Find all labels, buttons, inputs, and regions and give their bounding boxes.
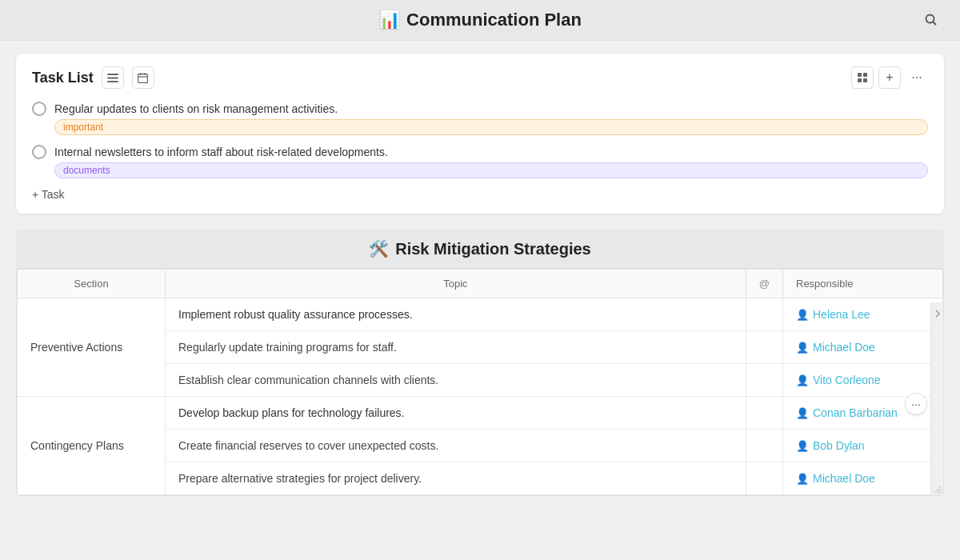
- risk-table-wrapper: Section Topic @ Responsible Preventive A…: [16, 268, 944, 496]
- person-icon-5: 👤: [796, 440, 809, 452]
- topic-cell-2: Regularly update training programs for s…: [166, 331, 746, 364]
- task-item-2: Internal newsletters to inform staff abo…: [32, 145, 928, 178]
- person-icon-1: 👤: [796, 309, 809, 321]
- at-cell-1: [746, 298, 782, 331]
- task-row: Regular updates to clients on risk manag…: [32, 102, 928, 116]
- task-row-2: Internal newsletters to inform staff abo…: [32, 145, 928, 159]
- topic-cell-1: Implement robust quality assurance proce…: [166, 298, 746, 331]
- topic-cell-4: Develop backup plans for technology fail…: [166, 397, 746, 430]
- search-button[interactable]: [918, 7, 944, 33]
- risk-section: 🛠️ Risk Mitigation Strategies Section To…: [16, 230, 944, 496]
- svg-point-0: [926, 15, 934, 23]
- svg-line-11: [940, 492, 942, 494]
- svg-rect-5: [138, 74, 148, 82]
- calendar-view-button[interactable]: [132, 66, 154, 89]
- person-icon-6: 👤: [796, 473, 809, 485]
- page-header: 📊 Communication Plan: [0, 0, 960, 41]
- responsible-cell-5: 👤 Bob Dylan: [783, 430, 943, 462]
- task-list-header: Task List: [32, 66, 928, 89]
- section-cell-contingency: Contingency Plans: [18, 397, 166, 495]
- at-cell-6: [746, 462, 782, 495]
- row-action-menu[interactable]: ···: [905, 393, 927, 415]
- col-section: Section: [18, 270, 166, 298]
- task-list-title-area: Task List: [32, 66, 154, 89]
- col-at: @: [746, 270, 782, 298]
- header-icon: 📊: [378, 10, 400, 30]
- col-responsible: Responsible: [783, 270, 943, 298]
- table-row: Contingency Plans Develop backup plans f…: [18, 397, 943, 430]
- risk-section-icon: 🛠️: [369, 239, 389, 258]
- list-view-button[interactable]: [102, 66, 124, 89]
- add-task-button[interactable]: + Task: [32, 188, 928, 201]
- at-cell-2: [746, 331, 782, 364]
- svg-rect-4: [107, 81, 118, 82]
- add-task-label: + Task: [32, 188, 65, 201]
- at-cell-5: [746, 430, 782, 462]
- table-row: Preventive Actions Implement robust qual…: [18, 298, 943, 331]
- more-options-button[interactable]: ···: [906, 66, 928, 89]
- at-cell-4: [746, 397, 782, 430]
- topic-cell-6: Prepare alternative strategies for proje…: [166, 462, 746, 495]
- main-content: Task List: [0, 41, 960, 509]
- person-icon-3: 👤: [796, 374, 809, 386]
- topic-cell-5: Create financial reserves to cover unexp…: [166, 430, 746, 462]
- person-icon-4: 👤: [796, 407, 809, 419]
- responsible-cell-2: 👤 Michael Doe: [783, 331, 943, 364]
- table-header-row: Section Topic @ Responsible: [18, 270, 943, 298]
- page-title: 📊 Communication Plan: [378, 10, 582, 30]
- responsible-cell-6: 👤 Michael Doe: [783, 462, 943, 495]
- col-topic: Topic: [166, 270, 746, 298]
- grid-view-button[interactable]: [851, 66, 874, 89]
- task-text-2: Internal newsletters to inform staff abo…: [54, 146, 388, 158]
- at-cell-3: [746, 364, 782, 397]
- section-cell-preventive: Preventive Actions: [18, 298, 166, 397]
- risk-table: Section Topic @ Responsible Preventive A…: [17, 269, 943, 495]
- svg-rect-2: [107, 74, 118, 75]
- svg-line-1: [934, 22, 937, 26]
- tag-important: important: [54, 119, 928, 135]
- responsible-cell-3: 👤 Vito Corleone: [783, 364, 943, 397]
- task-checkbox-1[interactable]: [32, 102, 46, 116]
- responsible-cell-1: 👤 Helena Lee: [783, 298, 943, 331]
- risk-section-header: 🛠️ Risk Mitigation Strategies: [16, 230, 944, 268]
- task-text-1: Regular updates to clients on risk manag…: [54, 102, 338, 115]
- add-item-button[interactable]: +: [878, 66, 901, 89]
- resize-handle[interactable]: [934, 486, 943, 495]
- task-list-card: Task List: [16, 54, 944, 214]
- task-item: Regular updates to clients on risk manag…: [32, 102, 928, 135]
- task-checkbox-2[interactable]: [32, 145, 46, 159]
- risk-section-title: 🛠️ Risk Mitigation Strategies: [369, 239, 591, 258]
- svg-rect-3: [107, 77, 118, 78]
- task-list-actions: + ···: [851, 66, 928, 89]
- tag-documents: documents: [54, 162, 928, 178]
- topic-cell-3: Establish clear communication channels w…: [166, 364, 746, 397]
- expand-handle[interactable]: [930, 302, 943, 496]
- task-list-title: Task List: [32, 70, 94, 86]
- person-icon-2: 👤: [796, 342, 809, 354]
